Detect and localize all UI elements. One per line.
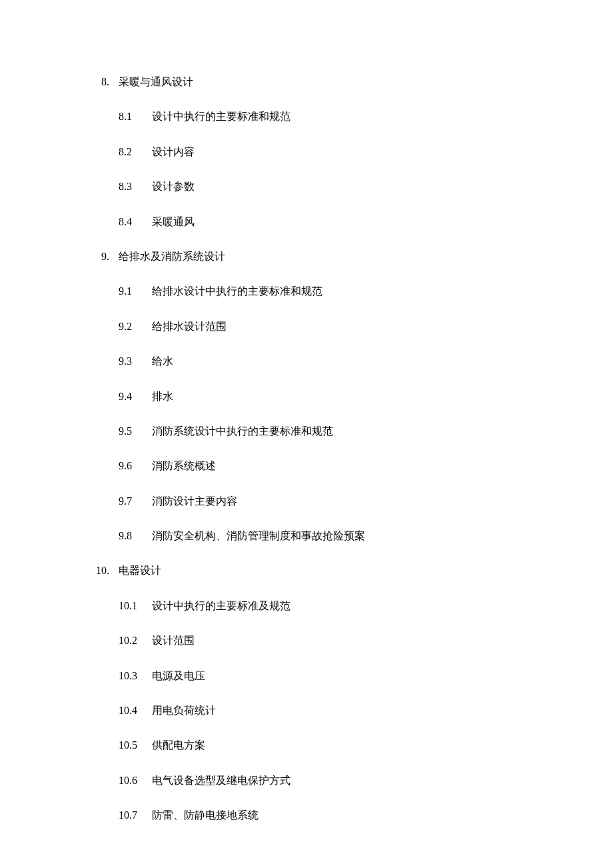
toc-subsection-title: 设计范围 [152, 633, 195, 648]
toc-subsection-title: 消防系统设计中执行的主要标准和规范 [152, 424, 333, 439]
toc-subsection: 9.4排水 [119, 389, 546, 404]
toc-subsection-number: 8.3 [119, 179, 143, 194]
toc-subsection-title: 电气设备选型及继电保护方式 [152, 773, 291, 788]
toc-subsection-number: 10.2 [119, 633, 143, 648]
toc-subsection-title: 设计参数 [152, 179, 195, 194]
toc-subsection-number: 10.3 [119, 669, 143, 683]
toc-subsection: 9.6消防系统概述 [119, 459, 546, 473]
toc-subsection: 8.4采暖通风 [119, 215, 546, 229]
toc-subsection-number: 8.1 [119, 109, 143, 124]
toc-subsection-title: 防雷、防静电接地系统 [152, 808, 259, 823]
toc-section-title: 采暖与通风设计 [119, 75, 193, 89]
toc-subsection-title: 采暖通风 [152, 215, 195, 229]
toc-subsection-title: 电源及电压 [152, 669, 205, 683]
toc-section: 10.电器设计10.1设计中执行的主要标准及规范10.2设计范围10.3电源及电… [92, 563, 546, 823]
toc-subsection-title: 给排水设计范围 [152, 319, 227, 334]
toc-section-title: 电器设计 [119, 563, 161, 578]
toc-subsection: 8.1设计中执行的主要标准和规范 [119, 109, 546, 124]
toc-subsection: 8.2设计内容 [119, 145, 546, 159]
toc-subsection-number: 9.8 [119, 529, 143, 543]
toc-section-header: 10.电器设计 [92, 563, 546, 578]
toc-subsection-title: 消防设计主要内容 [152, 494, 237, 509]
toc-section-title: 给排水及消防系统设计 [119, 249, 225, 264]
toc-subsection-number: 10.5 [119, 738, 143, 753]
toc-subsection-number: 9.2 [119, 319, 143, 334]
toc-subsection: 9.7消防设计主要内容 [119, 494, 546, 509]
toc-section-header: 9.给排水及消防系统设计 [92, 249, 546, 264]
toc-subsection: 10.4用电负荷统计 [119, 703, 546, 718]
toc-subsection: 10.6电气设备选型及继电保护方式 [119, 773, 546, 788]
toc-subsection: 9.1给排水设计中执行的主要标准和规范 [119, 284, 546, 299]
toc-subsection-number: 9.6 [119, 459, 143, 473]
toc-subsection: 10.7防雷、防静电接地系统 [119, 808, 546, 823]
toc-section-number: 8. [92, 75, 109, 89]
toc-section: 8.采暖与通风设计8.1设计中执行的主要标准和规范8.2设计内容8.3设计参数8… [92, 75, 546, 229]
toc-subsection-title: 消防安全机构、消防管理制度和事故抢险预案 [152, 529, 365, 543]
toc-subsection-title: 设计内容 [152, 145, 195, 159]
toc-section-number: 9. [92, 249, 109, 264]
toc-subsection-number: 10.6 [119, 773, 143, 788]
toc-subsection-number: 9.5 [119, 424, 143, 439]
toc-subsection: 8.3设计参数 [119, 179, 546, 194]
toc-subsection-title: 设计中执行的主要标准及规范 [152, 599, 291, 613]
toc-section-number: 10. [92, 563, 109, 578]
toc-subsection: 9.8消防安全机构、消防管理制度和事故抢险预案 [119, 529, 546, 543]
toc-subsection-title: 设计中执行的主要标准和规范 [152, 109, 291, 124]
toc-subsection: 10.5供配电方案 [119, 738, 546, 753]
toc-subsection: 9.3给水 [119, 354, 546, 369]
toc-subsection: 10.1设计中执行的主要标准及规范 [119, 599, 546, 613]
toc-subsection-title: 排水 [152, 389, 173, 404]
toc-subsection-number: 9.1 [119, 284, 143, 299]
toc-subsection-title: 给排水设计中执行的主要标准和规范 [152, 284, 322, 299]
toc-subsection: 10.3电源及电压 [119, 669, 546, 683]
toc-subsection-number: 9.3 [119, 354, 143, 369]
toc-subsection-title: 给水 [152, 354, 173, 369]
toc-subsection-title: 消防系统概述 [152, 459, 216, 473]
toc-subsection: 9.2给排水设计范围 [119, 319, 546, 334]
toc-content: 8.采暖与通风设计8.1设计中执行的主要标准和规范8.2设计内容8.3设计参数8… [92, 75, 546, 823]
toc-subsection-title: 供配电方案 [152, 738, 205, 753]
toc-subsection-number: 9.4 [119, 389, 143, 404]
toc-section-header: 8.采暖与通风设计 [92, 75, 546, 89]
toc-subsection-number: 9.7 [119, 494, 143, 509]
toc-subsection-number: 8.4 [119, 215, 143, 229]
toc-subsection-title: 用电负荷统计 [152, 703, 216, 718]
toc-subsection: 9.5消防系统设计中执行的主要标准和规范 [119, 424, 546, 439]
toc-subsection-number: 10.7 [119, 808, 143, 823]
toc-subsection-number: 10.1 [119, 599, 143, 613]
toc-subsection: 10.2设计范围 [119, 633, 546, 648]
toc-section: 9.给排水及消防系统设计9.1给排水设计中执行的主要标准和规范9.2给排水设计范… [92, 249, 546, 544]
toc-subsection-number: 10.4 [119, 703, 143, 718]
toc-subsection-number: 8.2 [119, 145, 143, 159]
